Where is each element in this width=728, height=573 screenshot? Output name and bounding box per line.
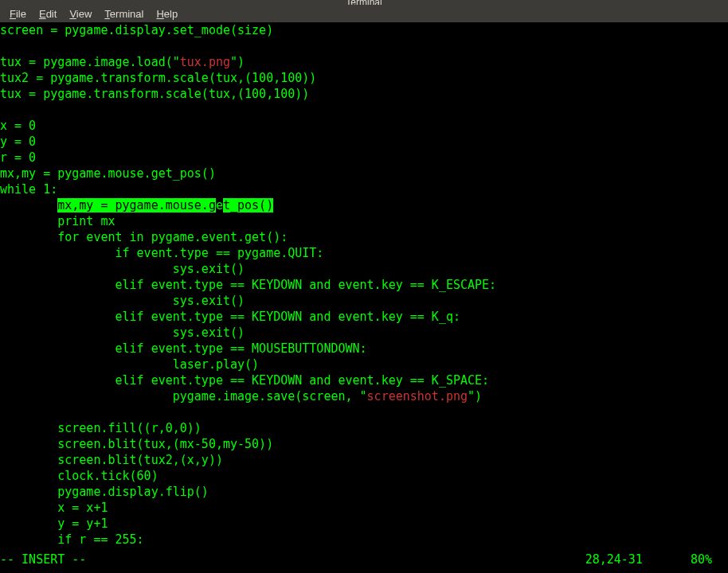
code-text: elif event.type == KEYDOWN and event.key… [0,373,489,388]
code-line: mx,my = pygame.mouse.get_pos() [0,166,728,181]
code-line: sys.exit() [0,325,728,341]
code-text: sys.exit() [0,262,245,276]
code-text: mx,my = pygame.mouse.get_pos() [0,166,216,181]
menu-view[interactable]: View [63,6,98,21]
code-line: y = y+1 [0,516,728,532]
code-line: y = 0 [0,134,728,150]
code-text: pygame.image.save(screen, " [0,389,367,403]
code-line [0,404,728,420]
code-text: pygame.display.flip() [0,485,209,499]
code-line: screen.blit(tux,(mx-50,my-50)) [0,436,728,452]
code-text [0,198,57,212]
code-line: elif event.type == KEYDOWN and event.key… [0,277,728,293]
vim-mode-indicator: -- INSERT -- [0,552,86,568]
code-line: elif event.type == KEYDOWN and event.key… [0,372,728,388]
code-text: elif event.type == KEYDOWN and event.key… [0,278,496,292]
menu-help[interactable]: Help [150,6,184,21]
code-text: tux = pygame.transform.scale(tux,(100,10… [0,87,309,101]
code-text: y = y+1 [0,516,108,531]
code-line: print mx [0,213,728,229]
menu-edit[interactable]: Edit [33,6,63,21]
code-text: elif event.type == KEYDOWN and event.key… [0,310,460,324]
code-text: while 1: [0,182,57,197]
code-text: screen = pygame.display.set_mode(size) [0,23,273,37]
code-line: r = 0 [0,150,728,166]
code-text: print mx [0,214,115,228]
code-line: screen = pygame.display.set_mode(size) [0,22,728,38]
vim-scroll-percent: 80% [691,552,728,568]
code-line: for event in pygame.event.get(): [0,229,728,245]
code-text: x = 0 [0,119,36,133]
code-line: elif event.type == MOUSEBUTTONDOWN: [0,341,728,357]
menu-file[interactable]: File [3,6,33,21]
terminal-editor-area[interactable]: screen = pygame.display.set_mode(size) t… [0,22,728,548]
code-text: screen.blit(tux,(mx-50,my-50)) [0,437,273,451]
code-text: tux = pygame.image.load(" [0,55,180,69]
code-line: screen.blit(tux2,(x,y)) [0,452,728,468]
code-line: elif event.type == KEYDOWN and event.key… [0,309,728,325]
code-line [0,102,728,118]
window-title: Terminal [346,0,382,5]
visual-selection: mx,my = pygame.mouse.g [57,198,216,212]
code-text: ") [230,55,245,69]
code-line: mx,my = pygame.mouse.get_pos() [0,197,728,213]
code-text: for event in pygame.event.get(): [0,230,288,244]
code-line: screen.fill((r,0,0)) [0,420,728,436]
code-text: elif event.type == MOUSEBUTTONDOWN: [0,341,367,356]
code-line: tux2 = pygame.transform.scale(tux,(100,1… [0,70,728,86]
code-text: x = x+1 [0,501,108,515]
menubar: FileEditViewTerminalHelp [0,5,728,22]
code-line: pygame.image.save(screen, "screenshot.pn… [0,388,728,404]
code-line: if event.type == pygame.QUIT: [0,245,728,261]
code-text: if event.type == pygame.QUIT: [0,246,323,260]
vim-cursor-position: 28,24-31 [585,552,691,568]
code-text: y = 0 [0,134,36,149]
code-line: if r == 255: [0,532,728,548]
code-line: sys.exit() [0,293,728,309]
code-text: ") [468,389,482,403]
code-text: if r == 255: [0,532,144,547]
code-text: sys.exit() [0,294,245,308]
vim-status-line: -- INSERT -- 28,24-31 80% [0,552,728,568]
code-line: pygame.display.flip() [0,484,728,500]
code-text: laser.play() [0,357,259,372]
code-line: tux = pygame.image.load("tux.png") [0,54,728,70]
code-text: screen.fill((r,0,0)) [0,421,202,435]
code-text: screen.blit(tux2,(x,y)) [0,453,223,467]
code-line: tux = pygame.transform.scale(tux,(100,10… [0,86,728,102]
code-text: sys.exit() [0,325,245,340]
code-line: sys.exit() [0,261,728,277]
visual-selection: t_pos() [223,198,273,212]
code-text: tux2 = pygame.transform.scale(tux,(100,1… [0,71,316,85]
code-text: r = 0 [0,150,36,165]
code-text: clock.tick(60) [0,469,159,483]
code-line: laser.play() [0,357,728,372]
code-line: clock.tick(60) [0,468,728,484]
string-literal: screenshot.png [367,389,468,403]
menu-terminal[interactable]: Terminal [98,6,150,21]
code-text: e [216,198,223,212]
code-line [0,38,728,54]
code-line: x = 0 [0,118,728,134]
string-literal: tux.png [180,55,230,69]
code-line: while 1: [0,181,728,197]
code-line: x = x+1 [0,500,728,516]
